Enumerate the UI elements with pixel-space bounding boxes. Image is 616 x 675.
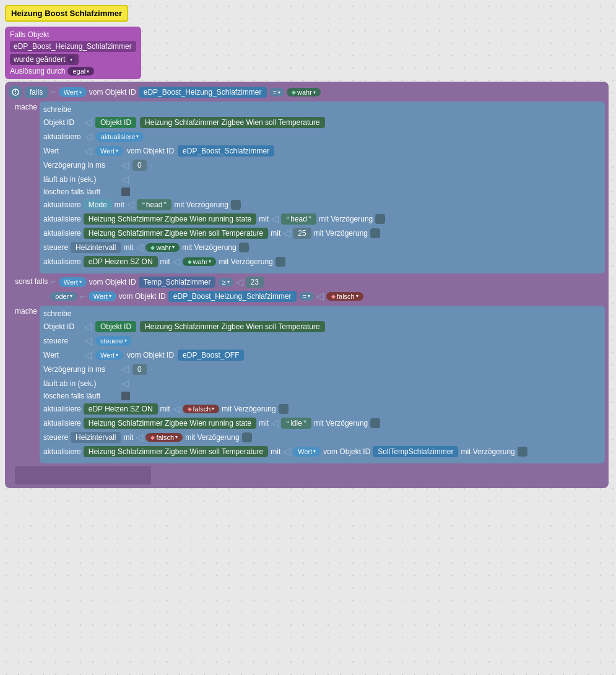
objekt-name-tag[interactable]: eDP_Boost_Heizung_Schlafzimmer xyxy=(139,87,267,98)
wert-pill-sonst-2[interactable]: Wert ▾ xyxy=(89,291,116,301)
aktualisiere-edp-heizen-row: aktualisiere eDP Heizen SZ ON mit ◁ ◆ wa… xyxy=(43,256,601,267)
falsch-tag-sonst[interactable]: ◆ falsch ▾ xyxy=(326,292,363,301)
heizintervall-tag-1[interactable]: Heizintervall xyxy=(71,242,121,253)
wahr-dropdown-1: ▾ xyxy=(172,244,175,250)
objekt-id-tag[interactable]: eDP_Boost_Heizung_Schlafzimmer xyxy=(10,41,136,52)
steuere-field-label: steuere xyxy=(43,337,80,345)
verzogerung-label-1: Verzögerung in ms xyxy=(43,161,118,170)
mit-verz-label-7: mit Verzögerung xyxy=(314,419,368,428)
steuere-label-2: steuere xyxy=(43,433,68,442)
aktualisiere-label-6: aktualisiere xyxy=(43,419,81,428)
wert-pill[interactable]: Wert ▾ xyxy=(59,87,87,97)
bottom-block xyxy=(15,466,151,484)
wert-field-label-1: Wert xyxy=(43,147,80,155)
dropdown-icon[interactable]: ▾ xyxy=(67,56,75,63)
egal-tag[interactable]: egal ▾ xyxy=(67,67,94,75)
quote-close-idle: ❞ xyxy=(303,419,306,426)
value23-tag[interactable]: 23 xyxy=(246,277,264,288)
aktualisiere-dropdown[interactable]: aktualisiere ▾ xyxy=(96,132,144,142)
wahr-dropdown: ▾ xyxy=(313,90,316,95)
aktualisiere-label-5: aktualisiere xyxy=(43,405,81,413)
head-tag-2[interactable]: ❝ head ❞ xyxy=(281,213,316,225)
mache-label-1: mache xyxy=(15,101,37,273)
verzogerung-row-1: Verzögerung in ms ◁ 0 · xyxy=(43,159,601,171)
falsch-dot-2: ◆ xyxy=(150,434,155,441)
schreibe-block-2: schreibe Objekt ID ◁ Objekt ID Heizung S… xyxy=(40,306,605,463)
ge-tag[interactable]: ≥ ▾ xyxy=(218,278,233,286)
connector-left-6: ◁ xyxy=(173,403,180,415)
wahr-tag-1[interactable]: ◆ wahr ▾ xyxy=(145,243,180,252)
delay-tag-7[interactable] xyxy=(370,418,380,428)
soll-temp-schlafzimmer-tag[interactable]: SollTempSchlafzimmer xyxy=(373,446,458,457)
edp-heizen-tag-2[interactable]: eDP Heizen SZ ON xyxy=(84,403,158,415)
delay-tag-4[interactable] xyxy=(239,243,249,252)
objekt-id-green-tag-2[interactable]: Objekt ID xyxy=(95,321,136,332)
wert-pill-sonst-1[interactable]: Wert ▾ xyxy=(59,277,87,287)
mit-verz-label-9: mit Verzögerung xyxy=(461,447,514,456)
wert-pill-2[interactable]: Wert ▾ xyxy=(95,350,123,360)
mit-label-9: mit xyxy=(271,447,280,456)
mit-verz-label-2: mit Verzögerung xyxy=(319,215,373,223)
aktualisiere-label-2: aktualisiere xyxy=(43,215,81,223)
objekt-id-green-tag[interactable]: Objekt ID xyxy=(95,117,136,128)
running-state-tag[interactable]: Heizung Schlafzimmer Zigbee Wien running… xyxy=(84,213,256,225)
equals-tag-2[interactable]: = ▾ xyxy=(299,292,314,301)
temp-schlafzimmer-tag[interactable]: Temp_Schlafzimmer xyxy=(139,277,216,288)
condition-connector-left: ⌐ xyxy=(50,87,56,98)
verzogerung-value-1[interactable]: 0 xyxy=(132,160,147,171)
delay-tag-1[interactable] xyxy=(231,200,241,210)
sonst-falls-label: sonst falls xyxy=(15,276,48,286)
edp-heizen-tag[interactable]: eDP Heizen SZ ON xyxy=(84,256,158,267)
mit-verz-label-6: mit Verzögerung xyxy=(222,405,275,413)
sonst-condition-row-2: oder ▾ ⌐ Wert ▾ vom Objekt ID eDP_Boost_… xyxy=(50,290,605,302)
soll-temp-tag-1[interactable]: Heizung Schlafzimmer Zigbee Wien soll Te… xyxy=(140,117,325,128)
wert-objekt-tag-1[interactable]: eDP_Boost_Schlafzimmer xyxy=(178,145,274,157)
loschen-checkbox-2[interactable] xyxy=(121,392,130,400)
oder-dropdown: ▾ xyxy=(70,293,72,299)
oder-tag[interactable]: oder ▾ xyxy=(50,292,77,301)
wert-objekt-tag-2[interactable]: eDP_Boost_OFF xyxy=(178,350,244,361)
mit-label-3: mit xyxy=(271,229,280,238)
steuere-row-2: steuere Heizintervall mit ◁ ◆ falsch ▾ m… xyxy=(43,431,601,443)
mache-section-2: mache schreibe Objekt ID ◁ Objekt ID Hei… xyxy=(15,306,605,463)
steuere-pill[interactable]: steuere ▾ xyxy=(95,336,132,346)
schreibe-block-1: schreibe Objekt ID ◁ Objekt ID Heizung S… xyxy=(40,101,605,273)
mit-label-6: mit xyxy=(160,405,170,413)
schreibe-label-2: schreibe xyxy=(43,309,601,318)
mode-tag[interactable]: Mode xyxy=(84,199,112,210)
heizintervall-tag-2[interactable]: Heizintervall xyxy=(71,432,121,443)
mit-label-1: mit xyxy=(115,200,124,209)
delay-tag-2[interactable] xyxy=(375,214,385,224)
wahr-value-tag[interactable]: ◆ wahr ▾ xyxy=(287,88,321,97)
mit-label-5: mit xyxy=(160,257,170,266)
value25-tag[interactable]: 25 xyxy=(293,228,311,239)
running-state-tag-2[interactable]: Heizung Schlafzimmer Zigbee Wien running… xyxy=(84,418,256,429)
wert-dd-s1: ▾ xyxy=(79,279,82,285)
idle-tag[interactable]: ❝ idle ❞ xyxy=(281,418,311,429)
falsch-tag-1[interactable]: ◆ falsch ▾ xyxy=(183,405,220,413)
sonst-falls-section: sonst falls ⌐ Wert ▾ vom Objekt ID Temp_… xyxy=(9,276,605,463)
falsch-tag-2[interactable]: ◆ falsch ▾ xyxy=(145,433,183,442)
loschen-checkbox-1[interactable] xyxy=(121,187,130,196)
delay-tag-5[interactable] xyxy=(275,257,285,267)
objekt-id-field-label: Objekt ID xyxy=(43,118,80,127)
equals-tag[interactable]: = ▾ xyxy=(269,88,284,97)
wert-pill-1[interactable]: Wert ▾ xyxy=(95,146,123,156)
wert-pill-3[interactable]: Wert ▾ xyxy=(293,447,321,457)
wahr-dot: ◆ xyxy=(292,89,296,95)
soll-temp-tag-2[interactable]: Heizung Schlafzimmer Zigbee Wien soll Te… xyxy=(140,321,325,332)
wahr-tag-2[interactable]: ◆ wahr ▾ xyxy=(183,257,217,266)
head-tag-1[interactable]: ❝ head ❞ xyxy=(137,199,172,210)
verzogerung-value-2[interactable]: 0 xyxy=(132,364,147,375)
delay-tag-9[interactable] xyxy=(518,447,527,457)
verzogerung-row-2: Verzögerung in ms ◁ 0 · xyxy=(43,363,601,375)
falsch-dot-1: ◆ xyxy=(188,406,192,412)
delay-tag-6[interactable] xyxy=(279,404,288,414)
aktualisiere-label-3: aktualisiere xyxy=(43,229,81,238)
edp-boost-tag[interactable]: eDP_Boost_Heizung_Schlafzimmer xyxy=(168,291,297,302)
main-block: falls ⌐ Wert ▾ vom Objekt ID eDP_Boost_H… xyxy=(5,82,609,488)
delay-tag-3[interactable] xyxy=(370,228,380,238)
delay-tag-8[interactable] xyxy=(242,432,252,442)
soll-temp-obj-tag[interactable]: Heizung Schlafzimmer Zigbee Wien soll Te… xyxy=(84,228,269,239)
soll-temp-obj-tag-2[interactable]: Heizung Schlafzimmer Zigbee Wien soll Te… xyxy=(84,446,269,457)
